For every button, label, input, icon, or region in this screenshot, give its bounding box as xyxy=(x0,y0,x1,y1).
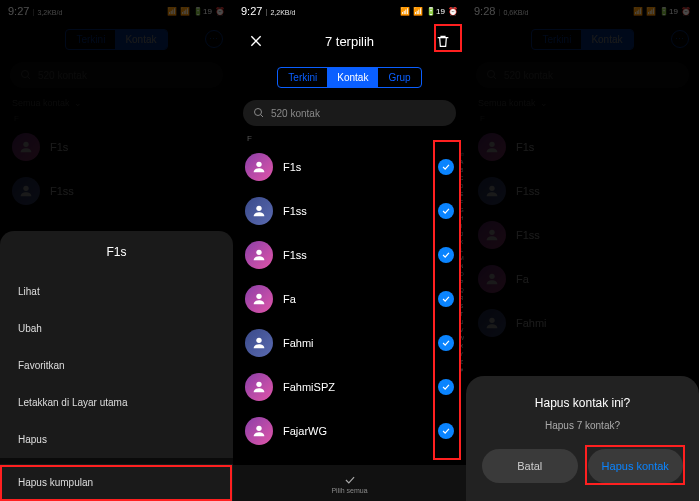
confirm-dialog: Hapus kontak ini? Hapus 7 kontak? Batal … xyxy=(466,376,699,501)
context-menu-title: F1s xyxy=(0,245,233,259)
contact-name: FajarWG xyxy=(283,425,438,437)
contact-name: F1ss xyxy=(283,249,438,261)
screen-multiselect: 9:272,2KB/d 📶📶🔋19⏰ 7 terpilih Terkini Ko… xyxy=(233,0,466,501)
selection-count: 7 terpilih xyxy=(267,34,432,49)
checkbox-checked[interactable] xyxy=(438,379,454,395)
search-input[interactable]: 520 kontak xyxy=(243,100,456,126)
tab-contacts[interactable]: Kontak xyxy=(327,68,378,87)
contact-list: F1sF1ssF1ssFaFahmiFahmiSPZFajarWG xyxy=(233,145,466,453)
checkbox-checked[interactable] xyxy=(438,423,454,439)
list-item[interactable]: F1ss xyxy=(233,233,466,277)
confirm-delete-button[interactable]: Hapus kontak xyxy=(588,449,684,483)
avatar xyxy=(245,417,273,445)
checkbox-checked[interactable] xyxy=(438,291,454,307)
contact-name: Fahmi xyxy=(283,337,438,349)
avatar xyxy=(245,285,273,313)
ctx-edit[interactable]: Ubah xyxy=(0,310,233,347)
list-item[interactable]: F1ss xyxy=(233,189,466,233)
dialog-title: Hapus kontak ini? xyxy=(482,396,683,410)
select-all-button[interactable]: Pilih semua xyxy=(233,465,466,501)
avatar xyxy=(245,197,273,225)
svg-point-6 xyxy=(255,109,262,116)
list-item[interactable]: F1s xyxy=(233,145,466,189)
close-icon[interactable] xyxy=(245,30,267,52)
contact-name: Fa xyxy=(283,293,438,305)
screen-confirm-dialog: 9:280,6KB/d 📶📶🔋19⏰ Terkini Kontak Grup ⋯… xyxy=(466,0,699,501)
selection-header: 7 terpilih xyxy=(233,22,466,60)
context-menu: F1s Lihat Ubah Favoritkan Letakkan di La… xyxy=(0,231,233,501)
section-header: F xyxy=(233,132,466,145)
svg-line-7 xyxy=(261,115,264,118)
contact-name: FahmiSPZ xyxy=(283,381,438,393)
svg-point-13 xyxy=(256,382,261,387)
svg-point-10 xyxy=(256,250,261,255)
tab-group[interactable]: Grup xyxy=(378,68,420,87)
ctx-batch-delete[interactable]: Hapus kumpulan xyxy=(0,464,233,501)
contact-name: F1s xyxy=(283,161,438,173)
checkbox-checked[interactable] xyxy=(438,159,454,175)
list-item[interactable]: Fa xyxy=(233,277,466,321)
avatar xyxy=(245,329,273,357)
list-item[interactable]: FajarWG xyxy=(233,409,466,453)
tabs-row: Terkini Kontak Grup xyxy=(233,60,466,94)
contact-name: F1ss xyxy=(283,205,438,217)
ctx-delete[interactable]: Hapus xyxy=(0,421,233,458)
tab-recent[interactable]: Terkini xyxy=(278,68,327,87)
svg-point-11 xyxy=(256,294,261,299)
avatar xyxy=(245,241,273,269)
alpha-index[interactable]: ☆ A B C D E F G H I J K L M N O P Q R S … xyxy=(459,150,464,374)
ctx-view[interactable]: Lihat xyxy=(0,273,233,310)
checkbox-checked[interactable] xyxy=(438,203,454,219)
svg-point-12 xyxy=(256,338,261,343)
screen-context-menu: 9:273,2KB/d 📶📶🔋19⏰ Terkini Kontak Grup ⋯… xyxy=(0,0,233,501)
cancel-button[interactable]: Batal xyxy=(482,449,578,483)
avatar xyxy=(245,153,273,181)
svg-point-9 xyxy=(256,206,261,211)
status-bar: 9:272,2KB/d 📶📶🔋19⏰ xyxy=(233,0,466,22)
list-item[interactable]: FahmiSPZ xyxy=(233,365,466,409)
avatar xyxy=(245,373,273,401)
dialog-message: Hapus 7 kontak? xyxy=(482,420,683,431)
checkbox-checked[interactable] xyxy=(438,247,454,263)
svg-point-14 xyxy=(256,426,261,431)
svg-point-8 xyxy=(256,162,261,167)
trash-icon[interactable] xyxy=(432,30,454,52)
checkbox-checked[interactable] xyxy=(438,335,454,351)
ctx-home[interactable]: Letakkan di Layar utama xyxy=(0,384,233,421)
ctx-fav[interactable]: Favoritkan xyxy=(0,347,233,384)
list-item[interactable]: Fahmi xyxy=(233,321,466,365)
